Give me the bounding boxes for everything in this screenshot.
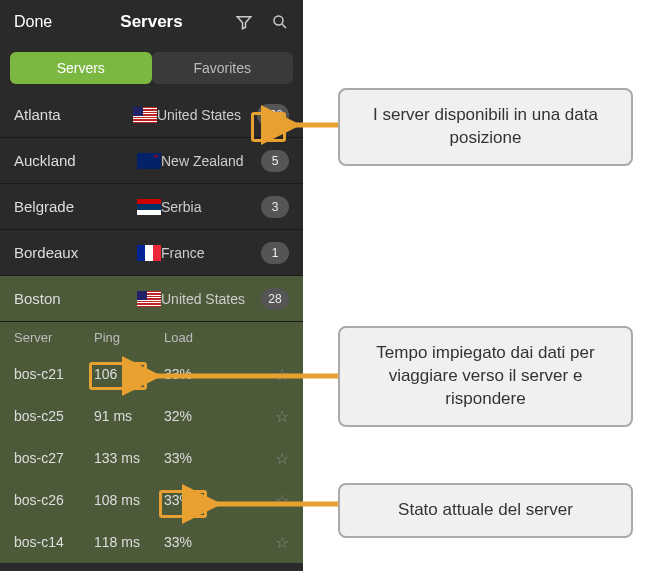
server-name: bos-c14: [14, 534, 94, 550]
server-load: 33%: [164, 366, 224, 382]
header-load: Load: [164, 330, 224, 345]
tab-servers[interactable]: Servers: [10, 52, 152, 84]
server-ping: 108 ms: [94, 492, 164, 508]
server-table-header: Server Ping Load: [0, 322, 303, 353]
location-row-boston[interactable]: Boston United States 28: [0, 276, 303, 322]
location-row-bordeaux[interactable]: Bordeaux France 1: [0, 230, 303, 276]
server-name: bos-c27: [14, 450, 94, 466]
svg-point-0: [274, 16, 283, 25]
server-row[interactable]: bos-c26 108 ms 33% ☆: [0, 479, 303, 521]
callout-server-count: I server disponibili in una data posizio…: [338, 88, 633, 166]
server-load: 33%: [164, 534, 224, 550]
server-name: bos-c25: [14, 408, 94, 424]
favorite-star-icon[interactable]: ☆: [275, 491, 289, 510]
location-city: Atlanta: [14, 106, 133, 123]
location-country: United States: [161, 291, 261, 307]
server-count-badge: 1: [261, 242, 289, 264]
location-city: Boston: [14, 290, 137, 307]
favorite-star-icon[interactable]: ☆: [275, 533, 289, 552]
server-name: bos-c21: [14, 366, 94, 382]
server-row[interactable]: bos-c14 118 ms 33% ☆: [0, 521, 303, 563]
server-ping: 91 ms: [94, 408, 164, 424]
server-load: 33%: [164, 492, 224, 508]
location-row-atlanta[interactable]: Atlanta United States 100: [0, 92, 303, 138]
location-row-belgrade[interactable]: Belgrade Serbia 3: [0, 184, 303, 230]
location-city: Auckland: [14, 152, 137, 169]
location-country: France: [161, 245, 261, 261]
tab-bar: Servers Favorites: [0, 44, 303, 92]
location-country: Serbia: [161, 199, 261, 215]
server-load: 33%: [164, 450, 224, 466]
screen-title: Servers: [120, 12, 182, 32]
callout-ping: Tempo impiegato dai dati per viaggiare v…: [338, 326, 633, 427]
flag-nz-icon: [137, 153, 161, 169]
filter-icon[interactable]: [235, 13, 253, 31]
server-count-badge: 28: [261, 288, 289, 310]
server-row[interactable]: bos-c27 133 ms 33% ☆: [0, 437, 303, 479]
top-bar: Done Servers: [0, 0, 303, 44]
server-load: 32%: [164, 408, 224, 424]
flag-rs-icon: [137, 199, 161, 215]
done-button[interactable]: Done: [14, 13, 52, 31]
tab-favorites[interactable]: Favorites: [152, 52, 294, 84]
location-country: United States: [157, 107, 257, 123]
favorite-star-icon[interactable]: ☆: [275, 365, 289, 384]
flag-us-icon: [137, 291, 161, 307]
server-ping: 118 ms: [94, 534, 164, 550]
server-ping: 133 ms: [94, 450, 164, 466]
flag-fr-icon: [137, 245, 161, 261]
server-count-badge: 3: [261, 196, 289, 218]
server-ping: 106 ms: [94, 366, 164, 382]
favorite-star-icon[interactable]: ☆: [275, 449, 289, 468]
search-icon[interactable]: [271, 13, 289, 31]
header-ping: Ping: [94, 330, 164, 345]
server-count-badge: 5: [261, 150, 289, 172]
server-row[interactable]: bos-c25 91 ms 32% ☆: [0, 395, 303, 437]
callout-load: Stato attuale del server: [338, 483, 633, 538]
header-server: Server: [14, 330, 94, 345]
location-row-auckland[interactable]: Auckland New Zealand 5: [0, 138, 303, 184]
server-name: bos-c26: [14, 492, 94, 508]
flag-us-icon: [133, 107, 157, 123]
favorite-star-icon[interactable]: ☆: [275, 407, 289, 426]
location-country: New Zealand: [161, 153, 261, 169]
server-count-badge: 100: [257, 104, 289, 126]
location-city: Belgrade: [14, 198, 137, 215]
location-city: Bordeaux: [14, 244, 137, 261]
server-row[interactable]: bos-c21 106 ms 33% ☆: [0, 353, 303, 395]
app-panel: Done Servers Servers Favorites Atlanta U…: [0, 0, 303, 571]
